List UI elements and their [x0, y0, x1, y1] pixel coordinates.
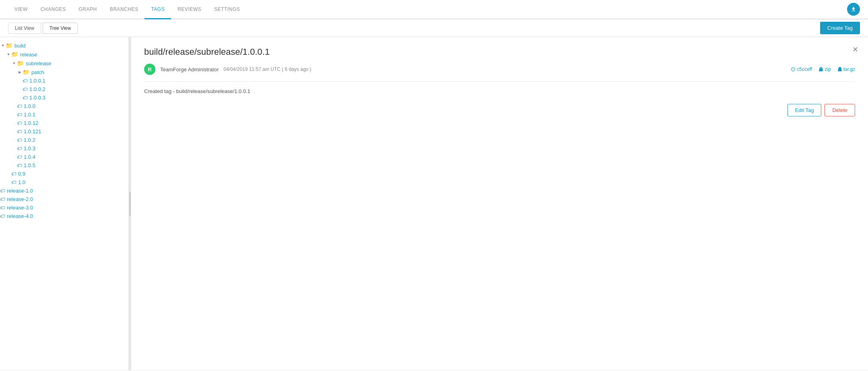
tree-label-rel3: release-3.0: [7, 205, 33, 211]
tree-row-102[interactable]: 🏷 1.0.2: [0, 136, 128, 144]
commit-hash-text: c5cceff: [797, 66, 812, 72]
tree-label-103: 1.0.3: [24, 145, 35, 151]
tree-label-101: 1.0.1: [24, 112, 35, 118]
tag-icon-1002: 🏷: [23, 87, 27, 92]
tag-icon-rel1: 🏷: [0, 188, 5, 194]
arrow-patch: ▶: [17, 70, 23, 74]
tab-list-view[interactable]: List View: [8, 23, 41, 34]
tree-label-rel4: release-4.0: [7, 213, 33, 219]
detail-date: 04/04/2019 11:57 am UTC ( 6 days ago ): [223, 66, 311, 72]
tree-row-10121[interactable]: 🏷 1.0.121: [0, 127, 128, 136]
tree-row-104[interactable]: 🏷 1.0.4: [0, 153, 128, 161]
detail-message: Created tag - build/release/subrelease/1…: [144, 88, 855, 94]
tree-row-subrelease[interactable]: ▼ 📁 subrelease: [0, 59, 128, 68]
detail-author: TeamForge Administrator: [160, 66, 219, 73]
folder-icon-release: 📁: [11, 51, 18, 58]
zip-link[interactable]: zip: [818, 66, 831, 72]
tree-row-release[interactable]: ▼ 📁 release: [0, 50, 128, 59]
tree-row-1003[interactable]: 🏷 1.0.0.3: [0, 93, 128, 102]
tree-label-10: 1.0: [18, 179, 25, 185]
tree-panel: ▼ 📁 build ▼ 📁 release ▼: [0, 37, 129, 370]
tag-icon-1003: 🏷: [23, 95, 27, 101]
tree-label-1002: 1.0.0.2: [29, 86, 45, 92]
tree-row-09[interactable]: 🏷 0.9: [0, 170, 128, 178]
tag-icon-102: 🏷: [17, 137, 22, 143]
tree-row-100[interactable]: 🏷 1.0.0: [0, 102, 128, 110]
avatar: R: [144, 64, 155, 75]
edit-tag-button[interactable]: Edit Tag: [787, 104, 822, 116]
tree-row-10[interactable]: 🏷 1.0: [0, 178, 128, 187]
tree-row-105[interactable]: 🏷 1.0.5: [0, 161, 128, 170]
detail-panel: ✕ build/release/subrelease/1.0.0.1 R Tea…: [131, 37, 868, 370]
detail-meta: R TeamForge Administrator 04/04/2019 11:…: [144, 64, 855, 75]
tree-row-rel2[interactable]: 🏷 release-2.0: [0, 195, 128, 203]
tree-label-102: 1.0.2: [24, 137, 35, 143]
tag-icon-1001: 🏷: [23, 78, 27, 84]
nav-branches[interactable]: BRANCHES: [103, 0, 145, 19]
zip-text: zip: [825, 66, 831, 72]
tree-row-103[interactable]: 🏷 1.0.3: [0, 144, 128, 153]
nav-graph[interactable]: GRAPH: [72, 0, 103, 19]
targz-link[interactable]: tar.gz: [837, 66, 855, 72]
tree-row-1001[interactable]: 🏷 1.0.0.1: [0, 77, 128, 85]
tree-label-rel1: release-1.0: [7, 188, 33, 194]
tree-row-101[interactable]: 🏷 1.0.1: [0, 110, 128, 119]
divider-line: [130, 192, 130, 216]
detail-links: c5cceff zip tar.gz: [791, 66, 855, 72]
tab-tree-view[interactable]: Tree View: [43, 23, 78, 34]
tag-icon-100: 🏷: [17, 104, 22, 109]
tree-row-1012[interactable]: 🏷 1.0.12: [0, 119, 128, 127]
tree-node-release: ▼ 📁 release ▼ 📁 subrelease: [0, 50, 128, 170]
tree-label-release: release: [20, 52, 37, 58]
nav-changes[interactable]: CHANGES: [34, 0, 72, 19]
tree-node-subrelease: ▼ 📁 subrelease ▶ 📁 patch: [0, 59, 128, 102]
tag-icon-101: 🏷: [17, 112, 22, 118]
tag-icon-10: 🏷: [11, 180, 16, 185]
create-tag-button[interactable]: Create Tag: [820, 22, 860, 34]
nav-view[interactable]: VIEW: [8, 0, 34, 19]
tree-row-build[interactable]: ▼ 📁 build: [0, 41, 128, 50]
tree-label-build: build: [14, 43, 25, 49]
tree-label-patch: patch: [31, 69, 44, 75]
tag-icon-rel3: 🏷: [0, 205, 5, 211]
tag-icon-10121: 🏷: [17, 129, 22, 135]
arrow-release: ▼: [6, 52, 11, 56]
tree-label-subrelease: subrelease: [26, 60, 52, 66]
tree-row-1002[interactable]: 🏷 1.0.0.2: [0, 85, 128, 93]
tree-label-09: 0.9: [18, 171, 25, 177]
folder-icon-build: 📁: [6, 42, 12, 49]
detail-actions: Edit Tag Delete: [144, 104, 855, 116]
tag-icon-rel4: 🏷: [0, 213, 5, 219]
tag-icon-09: 🏷: [11, 171, 16, 177]
main-content: ▼ 📁 build ▼ 📁 release ▼: [0, 37, 868, 370]
tree-label-104: 1.0.4: [24, 154, 35, 160]
tree-row-rel1[interactable]: 🏷 release-1.0: [0, 187, 128, 195]
nav-tags[interactable]: TAGS: [145, 0, 171, 19]
tag-icon-104: 🏷: [17, 154, 22, 160]
tree-label-rel2: release-2.0: [7, 196, 33, 202]
commit-hash-link[interactable]: c5cceff: [791, 66, 812, 72]
tree-row-rel4[interactable]: 🏷 release-4.0: [0, 212, 128, 220]
sub-tabs-bar: List View Tree View Create Tag: [0, 19, 868, 37]
tree-label-105: 1.0.5: [24, 162, 35, 168]
tag-icon-1012: 🏷: [17, 120, 22, 126]
arrow-build: ▼: [0, 44, 6, 48]
download-button[interactable]: [847, 3, 860, 16]
nav-settings[interactable]: SETTINGS: [208, 0, 246, 19]
arrow-subrelease: ▼: [11, 61, 17, 65]
tree-row-patch[interactable]: ▶ 📁 patch: [0, 68, 128, 77]
tree-label-1003: 1.0.0.3: [29, 95, 45, 101]
tag-icon-rel2: 🏷: [0, 197, 5, 202]
tree-label-1001: 1.0.0.1: [29, 78, 45, 84]
nav-reviews[interactable]: REVIEWS: [171, 0, 208, 19]
tag-icon-103: 🏷: [17, 146, 22, 151]
top-nav: VIEW CHANGES GRAPH BRANCHES TAGS REVIEWS…: [0, 0, 868, 19]
tree-node-build: ▼ 📁 build ▼ 📁 release ▼: [0, 41, 128, 187]
close-button[interactable]: ✕: [852, 45, 858, 54]
targz-text: tar.gz: [843, 66, 855, 72]
folder-icon-patch: 📁: [23, 69, 29, 75]
tree-label-10121: 1.0.121: [24, 129, 41, 135]
tree-row-rel3[interactable]: 🏷 release-3.0: [0, 203, 128, 212]
delete-button[interactable]: Delete: [825, 104, 855, 116]
meta-divider: [144, 81, 855, 82]
